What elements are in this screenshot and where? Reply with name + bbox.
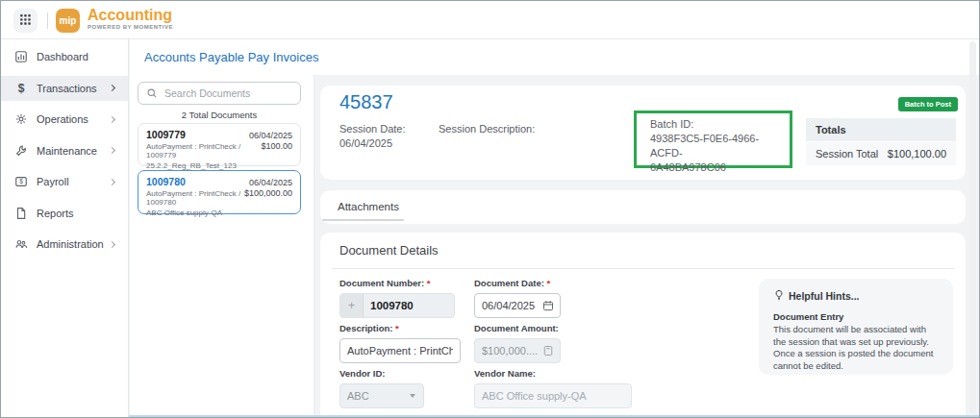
app-window: mip Accounting POWERED BY MOMENTIVE Dash… xyxy=(0,0,980,418)
sidebar-item-transactions[interactable]: $ Transactions xyxy=(1,76,128,101)
report-icon xyxy=(13,207,29,220)
chevron-right-icon xyxy=(109,147,115,154)
required-marker: * xyxy=(546,278,550,288)
session-total-label: Session Total xyxy=(816,148,878,160)
session-date-value: 06/04/2025 xyxy=(339,136,405,151)
sidebar-item-dashboard[interactable]: Dashboard xyxy=(1,44,128,69)
mip-logo: mip xyxy=(56,9,80,33)
document-number-label: Document Number: * xyxy=(339,278,455,288)
sidebar-item-payroll[interactable]: $ Payroll xyxy=(1,169,128,194)
hints-subtitle: Document Entry xyxy=(773,311,939,322)
svg-text:$: $ xyxy=(19,178,23,184)
document-number: 1009779 xyxy=(146,129,186,140)
payroll-icon: $ xyxy=(13,175,29,188)
vendor-id-select: ABC xyxy=(339,383,424,408)
session-date-label: Session Date: xyxy=(339,122,405,136)
dashboard-icon xyxy=(13,50,29,63)
calculator-icon xyxy=(542,345,554,357)
session-total-value: $100,100.00 xyxy=(888,148,946,160)
totals-row: Session Total $100,100.00 xyxy=(806,142,956,165)
attachments-card: Attachments xyxy=(320,190,966,224)
document-amount-label: Document Amount: xyxy=(474,323,561,333)
session-id: 45837 xyxy=(339,91,393,113)
batch-id-label: Batch ID: xyxy=(650,117,790,132)
section-divider xyxy=(332,268,954,269)
document-date-field[interactable] xyxy=(474,293,561,318)
batch-id-highlight-box: Batch ID: 4938F3C5-F0E6-4966-ACFD- 6A48B… xyxy=(634,111,792,168)
document-date: 06/04/2025 xyxy=(249,131,292,140)
totals-header: Totals xyxy=(806,118,956,141)
document-amount-field: $100,000.... xyxy=(474,338,561,363)
session-description-label: Session Description: xyxy=(439,122,535,136)
document-amount: $100.00 xyxy=(261,141,292,151)
logo-text: mip xyxy=(60,15,77,26)
sidebar-item-label: Transactions xyxy=(37,83,97,94)
app-title: Accounting xyxy=(88,7,173,24)
batch-id-value: 4938F3C5-F0E6-4966-ACFD- xyxy=(650,132,790,160)
wrench-icon xyxy=(13,144,29,158)
document-number-value: 1009780 xyxy=(364,300,420,311)
sidebar-item-label: Reports xyxy=(37,208,74,219)
session-card: 45837 Session Date: 06/04/2025 Session D… xyxy=(320,86,966,180)
sidebar-item-reports[interactable]: Reports xyxy=(1,201,128,226)
search-icon xyxy=(146,87,158,99)
page-title-bar: Accounts Payable Pay Invoices xyxy=(130,39,979,75)
window-bottom-edge xyxy=(1,415,979,417)
document-note: 25.2.2_Reg_RB_Test_123 xyxy=(146,161,292,170)
document-description: AutoPayment : PrintCheck / 1009780 xyxy=(146,189,244,207)
calendar-icon[interactable] xyxy=(542,300,554,311)
vendor-name-value: ABC Office supply-QA xyxy=(475,390,593,402)
scrollbar[interactable] xyxy=(969,41,976,413)
required-marker: * xyxy=(427,278,431,288)
document-amount: $100,000.00 xyxy=(244,188,292,198)
document-note: ABC Office supply-QA xyxy=(146,209,292,217)
app-header: mip Accounting POWERED BY MOMENTIVE xyxy=(1,1,979,39)
grid-icon xyxy=(19,13,32,29)
document-date-label: Document Date: * xyxy=(474,278,561,288)
document-list-item[interactable]: 1009779 06/04/2025 AutoPayment : PrintCh… xyxy=(138,123,301,166)
plus-icon: + xyxy=(340,294,364,317)
app-launcher-button[interactable] xyxy=(13,9,38,33)
vendor-id-value: ABC xyxy=(340,390,376,402)
lightbulb-icon xyxy=(773,289,785,303)
document-number-field: + 1009780 xyxy=(339,293,455,318)
vendor-name-label: Vendor Name: xyxy=(474,368,632,379)
helpful-hints-panel: Helpful Hints... Document Entry This doc… xyxy=(759,279,953,375)
document-list-panel: 2 Total Documents 1009779 06/04/2025 Aut… xyxy=(130,75,314,417)
sidebar-item-label: Administration xyxy=(37,238,104,250)
batch-status-badge: Batch to Post xyxy=(898,97,958,111)
description-input[interactable] xyxy=(340,345,460,357)
document-date-input[interactable] xyxy=(475,300,542,311)
sidebar-item-operations[interactable]: Operations xyxy=(1,107,128,132)
sidebar-item-label: Dashboard xyxy=(37,51,88,62)
chevron-right-icon xyxy=(109,240,115,247)
hints-body: This document will be associated with th… xyxy=(773,324,939,372)
document-count: 2 Total Documents xyxy=(130,110,309,120)
document-description: AutoPayment : PrintCheck / 1009779 xyxy=(146,142,261,160)
vendor-id-label: Vendor ID: xyxy=(339,368,424,379)
header-divider xyxy=(47,12,48,29)
sidebar-item-label: Payroll xyxy=(37,176,69,187)
required-marker: * xyxy=(395,323,399,333)
sidebar-item-administration[interactable]: Administration xyxy=(1,232,128,257)
gear-icon xyxy=(13,112,29,126)
sidebar-item-maintenance[interactable]: Maintenance xyxy=(1,138,128,163)
search-box xyxy=(138,82,301,105)
sidebar: Dashboard $ Transactions Operations Main… xyxy=(1,39,129,417)
document-date: 06/04/2025 xyxy=(249,178,292,187)
sidebar-item-label: Maintenance xyxy=(37,145,97,157)
document-details-card: Document Details Document Number: * + 10… xyxy=(320,233,966,418)
hints-title: Helpful Hints... xyxy=(789,290,860,302)
tab-indicator xyxy=(322,219,404,221)
document-list-item-selected[interactable]: 1009780 06/04/2025 AutoPayment : PrintCh… xyxy=(138,170,301,214)
app-subtitle: POWERED BY MOMENTIVE xyxy=(88,24,173,30)
page-title: Accounts Payable Pay Invoices xyxy=(144,39,318,75)
tab-attachments[interactable]: Attachments xyxy=(338,190,399,222)
vendor-name-field: ABC Office supply-QA xyxy=(474,383,632,408)
chevron-right-icon xyxy=(109,85,115,91)
description-field[interactable] xyxy=(339,338,461,363)
document-amount-value: $100,000.... xyxy=(475,345,542,357)
search-input[interactable] xyxy=(164,87,289,99)
sidebar-item-label: Operations xyxy=(37,113,88,125)
batch-id-value: 6A48BA978C06 xyxy=(650,160,790,175)
